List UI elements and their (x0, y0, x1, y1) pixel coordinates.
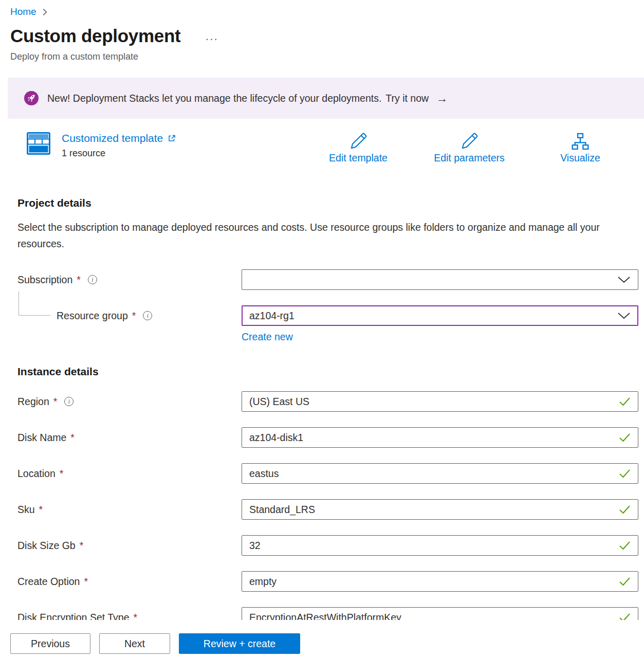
required-mark: * (53, 396, 58, 408)
arrow-right-icon: → (436, 93, 448, 104)
footer-bar: Previous Next Review + create (0, 620, 644, 658)
required-mark: * (77, 274, 81, 286)
location-input[interactable]: eastus (242, 463, 638, 484)
next-button[interactable]: Next (99, 633, 170, 654)
tree-connector (19, 291, 50, 316)
template-icon (27, 132, 50, 155)
subscription-dropdown[interactable] (242, 269, 638, 290)
sku-input[interactable]: Standard_LRS (242, 499, 638, 520)
edit-parameters-button[interactable]: Edit parameters (428, 132, 510, 164)
template-resource-count: 1 resource (62, 148, 176, 159)
required-mark: * (70, 432, 75, 444)
location-label: Location (17, 468, 56, 480)
info-icon[interactable]: i (64, 397, 73, 406)
chevron-down-icon[interactable] (617, 276, 631, 283)
template-bar: Customized template 1 resource Edit temp… (27, 132, 621, 164)
breadcrumb-chevron-icon (42, 8, 48, 16)
checkmark-icon (619, 505, 631, 514)
info-icon[interactable]: i (143, 311, 152, 320)
instance-details-heading: Instance details (17, 365, 644, 378)
banner-message: New! Deployment Stacks let you manage th… (47, 93, 381, 104)
project-details-description: Select the subscription to manage deploy… (17, 220, 611, 252)
sku-row: Sku * Standard_LRS (17, 499, 644, 520)
resource-group-label: Resource group (57, 310, 128, 322)
previous-button[interactable]: Previous (10, 633, 90, 654)
checkmark-icon (619, 433, 631, 442)
more-options-icon[interactable]: ··· (205, 26, 218, 46)
external-link-icon (168, 134, 176, 142)
page-subtitle: Deploy from a custom template (10, 51, 644, 62)
create-option-input[interactable]: empty (242, 571, 638, 592)
required-mark: * (39, 504, 43, 516)
customized-template-link[interactable]: Customized template (62, 132, 176, 144)
visualize-button[interactable]: Visualize (539, 132, 621, 164)
title-row: Custom deployment ··· (10, 26, 644, 46)
disk-name-label: Disk Name (17, 432, 66, 444)
create-new-link[interactable]: Create new (242, 331, 293, 343)
required-mark: * (84, 576, 88, 588)
page-title: Custom deployment (10, 26, 180, 46)
disk-size-input[interactable]: 32 (242, 535, 638, 556)
disk-name-input[interactable]: az104-disk1 (242, 427, 638, 448)
deployment-stacks-banner: New! Deployment Stacks let you manage th… (8, 78, 644, 119)
visualize-icon (571, 132, 590, 151)
required-mark: * (80, 540, 84, 552)
project-details-heading: Project details (17, 197, 644, 209)
disk-size-label: Disk Size Gb (17, 540, 76, 552)
location-row: Location * eastus (17, 463, 644, 484)
edit-template-button[interactable]: Edit template (317, 132, 399, 164)
create-option-row: Create Option * empty (17, 571, 644, 592)
rocket-icon (24, 91, 39, 105)
disk-name-row: Disk Name * az104-disk1 (17, 427, 644, 448)
breadcrumb-home-link[interactable]: Home (10, 6, 36, 17)
required-mark: * (132, 310, 136, 322)
checkmark-icon (619, 397, 631, 406)
region-row: Region * i (US) East US (17, 391, 644, 412)
sku-label: Sku (17, 504, 35, 516)
subscription-label: Subscription (17, 274, 72, 286)
checkmark-icon (619, 577, 631, 586)
checkmark-icon (619, 541, 631, 550)
checkmark-icon (619, 469, 631, 478)
banner-try-it-now-link[interactable]: Try it now → (385, 93, 448, 104)
chevron-down-icon[interactable] (617, 312, 631, 319)
edit-pencil-icon (460, 132, 479, 151)
info-icon[interactable]: i (88, 275, 97, 284)
edit-pencil-icon (349, 132, 367, 151)
create-option-label: Create Option (17, 576, 80, 588)
region-label: Region (17, 396, 49, 408)
required-mark: * (60, 468, 64, 480)
resource-group-row: Resource group * i az104-rg1 (17, 305, 644, 326)
region-input[interactable]: (US) East US (242, 391, 638, 412)
breadcrumb: Home (0, 0, 644, 17)
resource-group-dropdown[interactable]: az104-rg1 (242, 305, 638, 326)
review-create-button[interactable]: Review + create (179, 633, 300, 654)
disk-size-row: Disk Size Gb * 32 (17, 535, 644, 556)
subscription-row: Subscription * i (17, 269, 644, 290)
